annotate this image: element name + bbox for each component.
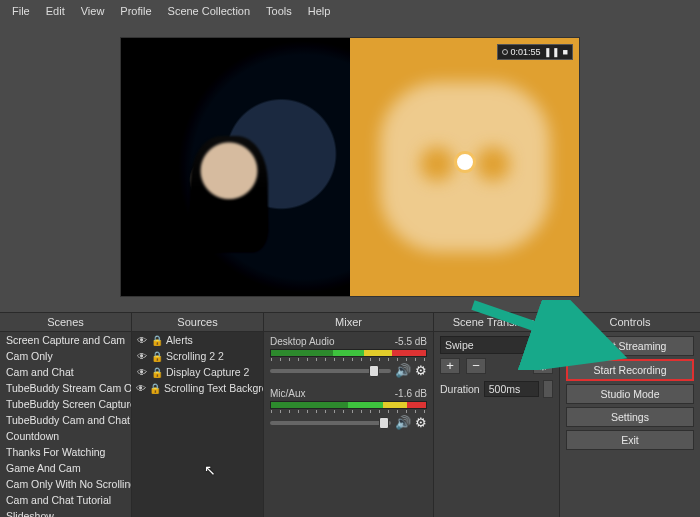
lock-icon[interactable]: 🔒 [151, 334, 163, 346]
controls-body: Start Streaming Start Recording Studio M… [560, 332, 700, 517]
vu-meter [270, 401, 427, 409]
cursor-icon: ↖ [204, 462, 216, 478]
dock-area: Scenes Screen Capture and Cam Cam Only C… [0, 312, 700, 517]
preview-area: 0:01:55 ❚❚ ■ [0, 22, 700, 312]
controls-panel: Controls Start Streaming Start Recording… [560, 313, 700, 517]
transitions-body: Swipe ▾ + − ⚙ Duration 500ms [434, 332, 559, 517]
visibility-icon[interactable]: 👁 [136, 350, 148, 362]
scene-item[interactable]: TubeBuddy Cam and Chat [0, 412, 131, 428]
channel-db: -5.5 dB [395, 336, 427, 347]
menu-scene-collection[interactable]: Scene Collection [162, 3, 257, 19]
controls-header: Controls [560, 313, 700, 332]
scenes-panel: Scenes Screen Capture and Cam Cam Only C… [0, 313, 132, 517]
program-preview[interactable]: 0:01:55 ❚❚ ■ [120, 37, 580, 297]
source-label: Display Capture 2 [166, 366, 249, 378]
channel-label: Desktop Audio [270, 336, 335, 347]
sources-list[interactable]: 👁 🔒 Alerts 👁 🔒 Scrolling 2 2 👁 🔒 Display… [132, 332, 263, 517]
scene-item[interactable]: Screen Capture and Cam [0, 332, 131, 348]
start-recording-button[interactable]: Start Recording [566, 359, 694, 381]
transitions-header: Scene Transitions [434, 313, 559, 332]
speaker-icon[interactable]: 🔊 [395, 363, 411, 378]
lock-icon[interactable]: 🔒 [151, 350, 163, 362]
source-label: Scrolling 2 2 [166, 350, 224, 362]
scene-item[interactable]: Thanks For Watching [0, 444, 131, 460]
menu-edit[interactable]: Edit [40, 3, 71, 19]
scene-item[interactable]: Cam and Chat Tutorial [0, 492, 131, 508]
record-dot-icon [502, 49, 508, 55]
settings-button[interactable]: Settings [566, 407, 694, 427]
visibility-icon[interactable]: 👁 [136, 382, 146, 394]
source-item[interactable]: 👁 🔒 Alerts [132, 332, 263, 348]
menu-file[interactable]: File [6, 3, 36, 19]
vu-meter [270, 349, 427, 357]
menu-profile[interactable]: Profile [114, 3, 157, 19]
duration-spinner[interactable] [543, 380, 553, 398]
recording-overlay: 0:01:55 ❚❚ ■ [497, 44, 573, 60]
duration-input[interactable]: 500ms [484, 381, 539, 397]
remove-transition-button[interactable]: − [466, 358, 486, 374]
sources-panel: Sources 👁 🔒 Alerts 👁 🔒 Scrolling 2 2 👁 🔒… [132, 313, 264, 517]
discord-face-icon [454, 151, 476, 173]
add-transition-button[interactable]: + [440, 358, 460, 374]
scene-item[interactable]: Countdown [0, 428, 131, 444]
transition-select[interactable]: Swipe ▾ [440, 336, 553, 354]
menu-bar: File Edit View Profile Scene Collection … [0, 0, 700, 22]
gear-icon[interactable]: ⚙ [415, 415, 427, 430]
mixer-header: Mixer [264, 313, 433, 332]
source-item[interactable]: 👁 🔒 Scrolling Text Background [132, 380, 263, 396]
webcam-feed [121, 38, 350, 296]
scene-item[interactable]: Game And Cam [0, 460, 131, 476]
sources-header: Sources [132, 313, 263, 332]
source-item[interactable]: 👁 🔒 Display Capture 2 [132, 364, 263, 380]
scene-item[interactable]: TubeBuddy Stream Cam Only [0, 380, 131, 396]
visibility-icon[interactable]: 👁 [136, 334, 148, 346]
duration-label: Duration [440, 383, 480, 395]
start-streaming-button[interactable]: Start Streaming [566, 336, 694, 356]
source-label: Scrolling Text Background [164, 382, 263, 394]
transition-value: Swipe [445, 339, 474, 351]
transitions-panel: Scene Transitions Swipe ▾ + − ⚙ Duration… [434, 313, 560, 517]
source-label: Alerts [166, 334, 193, 346]
discord-capture: 0:01:55 ❚❚ ■ [350, 38, 579, 296]
scene-item[interactable]: Slideshow [0, 508, 131, 517]
scenes-header: Scenes [0, 313, 131, 332]
scene-item[interactable]: TubeBuddy Screen Capture an [0, 396, 131, 412]
mixer-panel: Mixer Desktop Audio -5.5 dB 🔊 ⚙ Mic/Aux … [264, 313, 434, 517]
studio-mode-button[interactable]: Studio Mode [566, 384, 694, 404]
volume-slider[interactable] [270, 369, 391, 373]
scenes-list[interactable]: Screen Capture and Cam Cam Only Cam and … [0, 332, 131, 517]
scene-item[interactable]: Cam and Chat [0, 364, 131, 380]
mixer-channel-desktop: Desktop Audio -5.5 dB 🔊 ⚙ [270, 336, 427, 378]
channel-label: Mic/Aux [270, 388, 306, 399]
channel-db: -1.6 dB [395, 388, 427, 399]
menu-view[interactable]: View [75, 3, 111, 19]
stop-icon: ■ [563, 47, 568, 57]
menu-tools[interactable]: Tools [260, 3, 298, 19]
lock-icon[interactable]: 🔒 [151, 366, 163, 378]
speaker-icon[interactable]: 🔊 [395, 415, 411, 430]
mixer-body: Desktop Audio -5.5 dB 🔊 ⚙ Mic/Aux -1.6 d… [264, 332, 433, 517]
transition-settings-button[interactable]: ⚙ [533, 358, 553, 374]
chevron-down-icon: ▾ [542, 339, 548, 351]
exit-button[interactable]: Exit [566, 430, 694, 450]
gear-icon[interactable]: ⚙ [415, 363, 427, 378]
scene-item[interactable]: Cam Only [0, 348, 131, 364]
lock-icon[interactable]: 🔒 [149, 382, 161, 394]
recording-time: 0:01:55 [511, 47, 541, 57]
visibility-icon[interactable]: 👁 [136, 366, 148, 378]
source-item[interactable]: 👁 🔒 Scrolling 2 2 [132, 348, 263, 364]
volume-slider[interactable] [270, 421, 391, 425]
menu-help[interactable]: Help [302, 3, 337, 19]
pause-icon: ❚❚ [544, 47, 560, 57]
scene-item[interactable]: Cam Only With No Scrolling [0, 476, 131, 492]
mixer-channel-mic: Mic/Aux -1.6 dB 🔊 ⚙ [270, 388, 427, 430]
